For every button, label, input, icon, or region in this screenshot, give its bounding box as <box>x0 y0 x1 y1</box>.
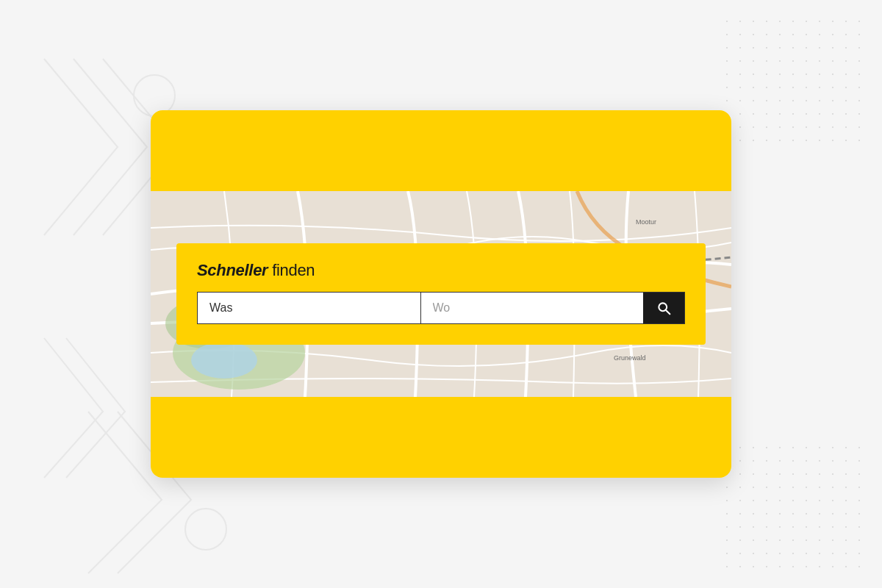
svg-text:Mootur: Mootur <box>636 218 656 226</box>
svg-point-1 <box>185 509 226 550</box>
search-icon <box>656 301 671 315</box>
svg-line-11 <box>666 310 670 314</box>
search-button[interactable] <box>643 293 684 323</box>
search-row <box>197 292 685 324</box>
dot-grid-bottom-right <box>720 441 867 573</box>
dot-grid-top-right <box>720 15 867 147</box>
search-panel: Schneller finden <box>176 243 706 345</box>
svg-point-5 <box>191 342 257 379</box>
card-bottom-yellow <box>151 397 731 478</box>
svg-text:Grunewald: Grunewald <box>614 354 646 362</box>
card-map-section: Mootur Halensee Grunewald Schneller find… <box>151 191 731 397</box>
main-card: Mootur Halensee Grunewald Schneller find… <box>151 110 731 478</box>
card-top-yellow <box>151 110 731 191</box>
search-input-was[interactable] <box>198 293 421 323</box>
search-title: Schneller finden <box>197 261 685 280</box>
search-input-wo[interactable] <box>421 293 644 323</box>
